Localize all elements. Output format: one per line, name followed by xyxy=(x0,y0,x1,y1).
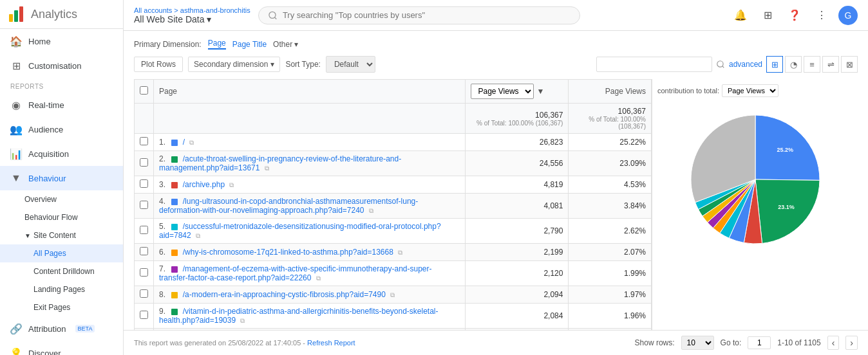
audience-icon: 👥 xyxy=(10,123,22,135)
sidebar-item-behaviour[interactable]: ▼ Behaviour xyxy=(0,166,123,190)
row-num: 8. xyxy=(159,290,165,299)
sidebar-item-label: Customisation xyxy=(28,61,81,71)
copy-icon[interactable]: ⧉ xyxy=(189,139,194,146)
copy-icon[interactable]: ⧉ xyxy=(240,317,245,324)
avatar[interactable]: G xyxy=(838,6,858,25)
sidebar-sub-all-pages[interactable]: All Pages xyxy=(0,244,123,262)
page-link[interactable]: /vitamin-d-in-pediatric-asthma-and-aller… xyxy=(159,307,439,325)
list-view-button[interactable]: ≡ xyxy=(804,56,820,73)
pageviews-sort-btn[interactable]: Page Views ▼ xyxy=(471,84,563,99)
page-link[interactable]: /lung-ultrasound-in-copd-andbronchial-as… xyxy=(159,197,418,215)
chevron-down-icon: ▾ xyxy=(270,60,274,69)
sidebar-item-realtime[interactable]: ◉ Real-time xyxy=(0,93,123,117)
row-checkbox[interactable] xyxy=(140,179,148,188)
row-checkbox[interactable] xyxy=(140,311,148,319)
sidebar-item-home[interactable]: 🏠 Home xyxy=(0,29,123,53)
pivot-view-button[interactable]: ⊠ xyxy=(841,56,858,73)
sidebar-sub-site-content[interactable]: ▼ Site Content xyxy=(0,226,123,244)
row-views-cell: 24,556 xyxy=(466,151,569,176)
property-selector[interactable]: All Web Site Data ▾ xyxy=(134,14,250,24)
dim-option-other[interactable]: Other ▾ xyxy=(273,40,298,49)
page-link[interactable]: /management-of-eczema-with-active-specif… xyxy=(159,264,432,282)
table-row: 6. /why-is-chromosome-17q21-linked-to-as… xyxy=(135,244,652,261)
secondary-dimension-select[interactable]: Secondary dimension ▾ xyxy=(188,57,280,72)
svg-line-4 xyxy=(274,17,276,19)
sidebar-header: Analytics xyxy=(0,0,123,29)
sidebar-item-discover[interactable]: 💡 Discover xyxy=(0,341,123,355)
grid-view-button[interactable]: ⊞ xyxy=(766,56,783,73)
copy-icon[interactable]: ⧉ xyxy=(369,207,373,214)
show-rows-select[interactable]: 10 25 50 100 xyxy=(681,336,714,350)
copy-icon[interactable]: ⧉ xyxy=(316,275,321,282)
select-all-checkbox[interactable] xyxy=(140,86,148,95)
row-checkbox[interactable] xyxy=(140,289,148,298)
row-page-cell: 2. /acute-throat-swelling-in-pregnancy-r… xyxy=(154,151,466,176)
sort-type-select[interactable]: Default xyxy=(326,56,375,73)
table-search-icon[interactable] xyxy=(716,60,725,69)
page-link[interactable]: / xyxy=(183,138,185,147)
pageviews-dropdown[interactable]: Page Views xyxy=(471,84,534,99)
svg-line-6 xyxy=(722,66,724,68)
sidebar-item-audience[interactable]: 👥 Audience xyxy=(0,117,123,141)
contribution-label: contribution to total: xyxy=(657,87,719,95)
refresh-report-link[interactable]: Refresh Report xyxy=(307,339,355,347)
page-link[interactable]: /archive.php xyxy=(183,180,225,189)
dim-option-page[interactable]: Page xyxy=(208,39,226,50)
row-checkbox[interactable] xyxy=(140,201,148,209)
page-link[interactable]: /successful-metronidazole-desensitizatio… xyxy=(159,222,441,240)
sidebar-item-customisation[interactable]: ⊞ Customisation xyxy=(0,53,123,78)
row-checkbox-cell xyxy=(135,219,154,244)
sidebar-sub-overview[interactable]: Overview xyxy=(0,190,123,208)
pie-segment-1[interactable] xyxy=(755,179,820,243)
search-bar[interactable] xyxy=(258,6,580,24)
table-row: 7. /management-of-eczema-with-active-spe… xyxy=(135,261,652,286)
next-page-button[interactable]: › xyxy=(845,336,858,350)
row-page-cell: 9. /vitamin-d-in-pediatric-asthma-and-al… xyxy=(154,304,466,329)
sidebar-item-label: Discover xyxy=(28,349,61,356)
account-info: All accounts > asthma-and-bronchitis All… xyxy=(134,6,250,24)
advanced-link[interactable]: advanced xyxy=(729,60,762,69)
copy-icon[interactable]: ⧉ xyxy=(265,165,269,172)
row-views-cell: 2,790 xyxy=(466,219,569,244)
more-button[interactable]: ⋮ xyxy=(811,5,832,26)
page-link[interactable]: /why-is-chromosome-17q21-linked-to-asthm… xyxy=(183,248,393,257)
row-checkbox[interactable] xyxy=(140,137,148,145)
row-checkbox[interactable] xyxy=(140,268,148,277)
dim-option-page-title[interactable]: Page Title xyxy=(232,40,267,49)
copy-icon[interactable]: ⧉ xyxy=(196,232,200,239)
copy-icon[interactable]: ⧉ xyxy=(229,181,234,188)
copy-icon[interactable]: ⧉ xyxy=(398,249,402,256)
compare-view-button[interactable]: ⇌ xyxy=(822,56,839,73)
row-pct-cell: 1.96% xyxy=(569,304,652,329)
sidebar-item-attribution[interactable]: 🔗 Attribution BETA xyxy=(0,316,123,341)
row-page-cell: 7. /management-of-eczema-with-active-spe… xyxy=(154,261,466,286)
row-checkbox[interactable] xyxy=(140,247,148,255)
sidebar-sub-behaviour-flow[interactable]: Behaviour Flow xyxy=(0,208,123,226)
row-checkbox[interactable] xyxy=(140,158,148,167)
notifications-button[interactable]: 🔔 xyxy=(730,5,751,26)
copy-icon[interactable]: ⧉ xyxy=(390,291,395,298)
apps-button[interactable]: ⊞ xyxy=(757,5,778,26)
goto-label: Go to: xyxy=(721,338,742,347)
row-checkbox[interactable] xyxy=(140,226,148,234)
sidebar-sub-content-drilldown[interactable]: Content Drilldown xyxy=(0,262,123,280)
page-link[interactable]: /a-modern-era-in-approaching-cystic-fibr… xyxy=(183,290,386,299)
plot-rows-button[interactable]: Plot Rows xyxy=(134,57,183,72)
sidebar-sub-exit-pages[interactable]: Exit Pages xyxy=(0,298,123,316)
page-link[interactable]: /acute-throat-swelling-in-pregnancy-revi… xyxy=(159,154,401,172)
goto-input[interactable] xyxy=(748,336,771,349)
help-button[interactable]: ❓ xyxy=(784,5,805,26)
row-checkbox-cell xyxy=(135,176,154,194)
chart-metric-select[interactable]: Page Views xyxy=(722,84,778,97)
sidebar-sub-label: Landing Pages xyxy=(33,285,85,294)
svg-point-3 xyxy=(269,12,276,18)
behaviour-icon: ▼ xyxy=(10,172,22,184)
search-input[interactable] xyxy=(283,10,571,20)
sidebar-sub-landing-pages[interactable]: Landing Pages xyxy=(0,280,123,298)
row-color-dot xyxy=(171,266,178,273)
prev-page-button[interactable]: ‹ xyxy=(827,336,840,350)
table-search-input[interactable] xyxy=(596,57,712,72)
pie-view-button[interactable]: ◔ xyxy=(785,56,802,73)
sidebar-item-acquisition[interactable]: 📊 Acquisition xyxy=(0,141,123,166)
row-checkbox-cell xyxy=(135,194,154,219)
